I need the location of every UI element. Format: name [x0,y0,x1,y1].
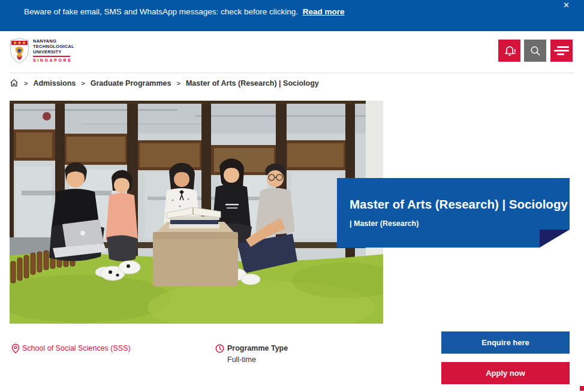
home-icon[interactable] [10,79,19,88]
page-title: Master of Arts (Research) | Sociology [350,197,568,212]
breadcrumb-separator: > [24,80,28,87]
search-icon [529,45,541,57]
programme-type-label: Programme Type [227,344,288,352]
floating-widget-peek[interactable] [580,386,584,391]
logo-divider [33,56,70,57]
programme-title-banner: Master of Arts (Research) | Sociology | … [337,178,570,248]
breadcrumb-current-page: Master of Arts (Research) | Sociology [186,79,319,88]
header-divider [10,73,574,73]
read-more-link[interactable]: Read more [303,7,345,16]
close-icon[interactable]: ✕ [563,0,570,11]
hero-image [10,101,383,324]
school-link[interactable]: School of Social Sciences (SSS) [22,344,131,352]
svg-text:!: ! [514,48,516,55]
breadcrumb: > Admissions > Graduate Programmes > Mas… [10,79,319,88]
enquire-button[interactable]: Enquire here [441,331,570,354]
page-subtitle: | Master (Research) [350,219,419,228]
logo-country: SINGAPORE [33,58,74,62]
breadcrumb-separator: > [81,80,85,87]
ntu-crest-icon [10,38,29,64]
alert-banner: Beware of fake email, SMS and WhatsApp m… [0,0,584,31]
ntu-logo[interactable]: NANYANG TECHNOLOGICAL UNIVERSITY SINGAPO… [10,38,74,64]
ribbon-fold-corner [540,230,570,248]
apply-button[interactable]: Apply now [441,362,570,384]
bell-icon: ! [503,45,516,57]
logo-text: NANYANG TECHNOLOGICAL UNIVERSITY SINGAPO… [33,38,74,62]
search-button[interactable] [524,40,546,62]
hamburger-icon [554,44,570,58]
page: Beware of fake email, SMS and WhatsApp m… [0,0,584,392]
logo-line-2: TECHNOLOGICAL [33,44,74,49]
alert-message: Beware of fake email, SMS and WhatsApp m… [24,7,345,16]
programme-type-value: Full-time [227,355,256,364]
logo-line-3: UNIVERSITY [33,49,74,55]
breadcrumb-admissions[interactable]: Admissions [33,79,76,88]
breadcrumb-graduate-programmes[interactable]: Graduate Programmes [91,79,171,88]
breadcrumb-separator: > [177,80,180,87]
menu-button[interactable] [550,40,573,62]
location-pin-icon [11,343,20,354]
alert-message-text: Beware of fake email, SMS and WhatsApp m… [24,7,298,16]
logo-line-1: NANYANG [33,38,74,44]
clock-icon [215,344,224,353]
notifications-button[interactable]: ! [498,40,520,62]
